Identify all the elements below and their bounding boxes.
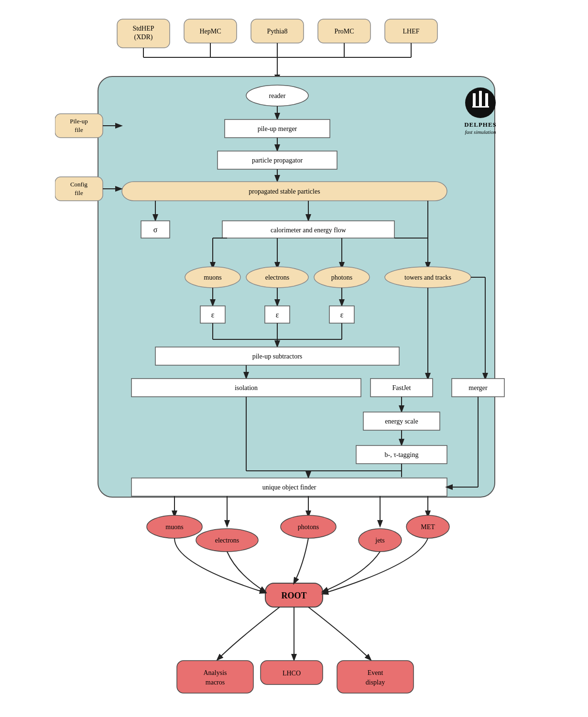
delphes-subtitle: fast simulation	[465, 129, 496, 135]
isolation-label: isolation	[235, 384, 258, 391]
unique-object-finder-label: unique object finder	[262, 484, 316, 491]
config-file-label-2: file	[75, 189, 83, 196]
diagram-wrapper: StdHEP (XDR) HepMC Pythia8 ProMC LHEF D	[55, 10, 533, 717]
met-output-label: MET	[421, 523, 435, 531]
electrons-input-label: electrons	[265, 274, 290, 281]
muons-input-label: muons	[204, 274, 221, 281]
lhco-label: LHCO	[283, 670, 301, 677]
root-to-event-display-line	[308, 607, 370, 660]
photons-to-root-line	[294, 538, 308, 583]
event-display-label-1: Event	[368, 669, 383, 676]
lhef-label: LHEF	[403, 28, 420, 35]
electrons-to-root-line	[227, 552, 265, 592]
svg-rect-9	[485, 93, 488, 108]
photons-output-label: photons	[298, 523, 319, 531]
analysis-macros-label-1: Analysis	[204, 669, 227, 676]
promc-label: ProMC	[334, 28, 354, 35]
event-display-node	[337, 661, 414, 693]
analysis-macros-node	[177, 661, 253, 693]
pythia8-label: Pythia8	[267, 28, 288, 35]
pileup-merger-label: pile-up merger	[258, 125, 297, 132]
muons-output-label: muons	[165, 523, 183, 531]
root-to-analysis-line	[218, 607, 280, 660]
sigma-label: σ	[153, 226, 158, 234]
event-display-label-2: display	[366, 679, 385, 686]
b-tau-tagging-label: b-, τ-tagging	[385, 451, 419, 458]
propagated-stable-label: propagated stable particles	[249, 188, 320, 195]
svg-rect-8	[479, 91, 482, 108]
reader-label: reader	[269, 92, 286, 99]
photons-input-label: photons	[331, 274, 352, 281]
epsilon1-label: ε	[211, 311, 215, 319]
root-label: ROOT	[281, 591, 306, 600]
calorimeter-label: calorimeter and energy flow	[271, 227, 347, 234]
svg-rect-10	[472, 106, 489, 108]
analysis-macros-label-2: macros	[206, 679, 225, 686]
stdhep-label: StdHEP	[132, 25, 154, 32]
particle-propagator-label: particle propagator	[252, 157, 303, 164]
pileup-file-label-1: Pile-up	[70, 118, 88, 125]
hepmc-label: HepMC	[199, 28, 221, 35]
towers-tracks-label: towers and tracks	[404, 274, 451, 281]
merger-label: merger	[468, 384, 488, 391]
energy-scale-label: energy scale	[385, 418, 418, 425]
main-diagram-svg: StdHEP (XDR) HepMC Pythia8 ProMC LHEF D	[55, 10, 533, 717]
jets-to-root-line	[323, 552, 380, 592]
config-file-label-1: Config	[70, 181, 88, 188]
epsilon3-label: ε	[340, 311, 344, 319]
pileup-file-label-2: file	[75, 126, 83, 133]
electrons-output-label: electrons	[215, 537, 240, 544]
pileup-subtractors-label: pile-up subtractors	[252, 353, 303, 360]
jets-output-label: jets	[375, 537, 384, 544]
fastjet-label: FastJet	[392, 384, 411, 391]
stdhep-xdr-label: (XDR)	[134, 33, 153, 41]
delphes-text: DELPHES	[464, 121, 497, 128]
epsilon2-label: ε	[276, 311, 279, 319]
svg-rect-7	[473, 93, 476, 108]
